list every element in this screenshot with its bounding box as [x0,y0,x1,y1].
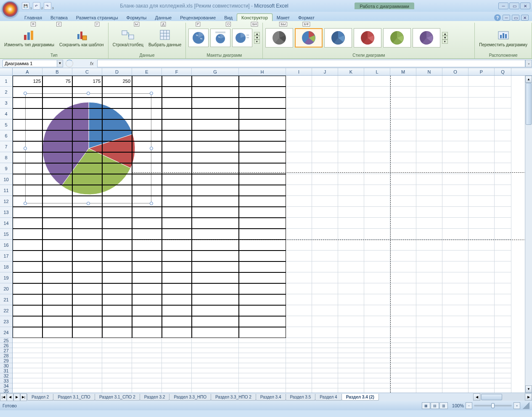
cell[interactable] [72,141,102,152]
cell[interactable] [286,185,312,196]
cell[interactable] [239,294,286,305]
cell[interactable] [42,87,72,98]
cell[interactable] [390,141,416,152]
cell[interactable] [239,130,286,141]
cell[interactable] [495,218,511,229]
cell[interactable] [102,378,132,383]
cell[interactable] [102,141,132,152]
cell[interactable] [390,388,416,393]
cell[interactable] [132,87,162,98]
cell[interactable] [338,316,364,327]
cell[interactable] [162,240,192,251]
cell[interactable] [132,316,162,327]
cell[interactable] [239,343,286,348]
column-header[interactable]: F [162,68,192,75]
column-header[interactable]: L [364,68,390,75]
cell[interactable] [13,174,42,185]
cell[interactable] [239,98,286,108]
cell[interactable] [162,98,192,108]
cell[interactable] [102,240,132,251]
cell[interactable] [72,343,102,348]
cell[interactable] [72,316,102,327]
cell[interactable] [132,348,162,353]
sheet-tab[interactable]: Раздел 4 [315,394,341,401]
cell[interactable] [286,327,312,338]
scroll-thumb[interactable] [526,83,532,125]
cell[interactable] [162,130,192,141]
styles-scroll-up[interactable]: ▲ [442,32,448,36]
cell[interactable] [192,76,239,87]
cell[interactable] [442,348,468,353]
cell[interactable] [468,368,495,373]
cell[interactable] [468,152,495,163]
zoom-thumb[interactable] [491,403,495,408]
cell[interactable] [468,294,495,305]
cell[interactable] [192,316,239,327]
cell[interactable] [364,353,390,358]
cell[interactable] [102,316,132,327]
cell[interactable] [390,119,416,130]
cell[interactable] [162,185,192,196]
tab-chart-format[interactable]: ФорматБФ [294,14,319,21]
row-header[interactable]: 20 [0,283,12,294]
cell[interactable] [312,76,338,87]
cell[interactable] [364,76,390,87]
cell[interactable] [42,261,72,272]
sheet-nav-prev[interactable]: ◀ [7,393,13,401]
cell[interactable] [239,141,286,152]
cell[interactable] [162,373,192,378]
cell[interactable] [162,348,192,353]
cell[interactable] [312,207,338,218]
cell[interactable] [442,368,468,373]
cell[interactable] [442,283,468,294]
cell[interactable] [162,283,192,294]
cell[interactable] [13,152,42,163]
cell[interactable] [416,373,442,378]
cell[interactable] [338,338,364,343]
row-header[interactable]: 5 [0,119,12,130]
row-header[interactable]: 1 [0,76,12,87]
cell[interactable] [132,76,162,87]
cell[interactable] [162,368,192,373]
row-header[interactable]: 17 [0,251,12,261]
cell[interactable] [416,76,442,87]
cell[interactable] [192,353,239,358]
cell[interactable] [239,218,286,229]
cell[interactable] [162,338,192,343]
cell[interactable] [72,294,102,305]
layouts-scroll-up[interactable]: ▲ [254,32,260,36]
cell[interactable] [162,76,192,87]
cell[interactable] [132,272,162,283]
cell[interactable] [416,343,442,348]
cell[interactable] [338,343,364,348]
cell[interactable] [162,294,192,305]
cell[interactable] [364,316,390,327]
cell[interactable] [13,251,42,261]
cell[interactable] [495,98,511,108]
cell[interactable] [390,294,416,305]
cell[interactable] [13,196,42,207]
cell[interactable] [442,218,468,229]
cell[interactable] [468,207,495,218]
cell[interactable] [442,207,468,218]
cell[interactable] [390,76,416,87]
cell[interactable] [132,373,162,378]
cell[interactable] [239,383,286,388]
doc-close-button[interactable]: ✕ [521,15,529,21]
chart-style-4[interactable] [354,28,381,48]
cell[interactable] [42,305,72,316]
cell[interactable] [442,383,468,388]
cell[interactable] [42,348,72,353]
cell[interactable] [442,338,468,343]
sheet-nav-last[interactable]: ▶| [20,393,27,401]
cell[interactable] [286,196,312,207]
cell[interactable] [416,207,442,218]
cell[interactable] [364,343,390,348]
row-header[interactable]: 4 [0,108,12,119]
cell[interactable] [495,272,511,283]
cell[interactable] [390,272,416,283]
cell[interactable] [390,152,416,163]
cell[interactable] [495,388,511,393]
cell[interactable] [338,373,364,378]
cell[interactable] [132,261,162,272]
